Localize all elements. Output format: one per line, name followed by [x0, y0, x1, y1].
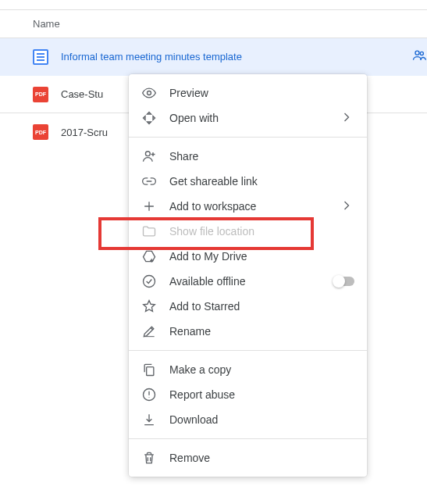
shared-icon [411, 48, 427, 66]
menu-report[interactable]: Report abuse [129, 382, 367, 407]
person-add-icon [141, 148, 157, 164]
svg-point-2 [148, 91, 151, 95]
folder-icon [141, 223, 157, 239]
menu-download[interactable]: Download [129, 407, 367, 432]
offline-icon [141, 273, 157, 289]
link-icon [141, 173, 157, 189]
pdf-icon: PDF [33, 124, 48, 140]
report-icon [141, 387, 157, 402]
open-with-icon [141, 110, 157, 126]
menu-add-workspace[interactable]: Add to workspace [129, 194, 367, 219]
menu-show-location: Show file location [129, 219, 367, 244]
trash-icon [141, 450, 157, 466]
file-row-selected[interactable]: Informal team meeting minutes template [0, 38, 427, 76]
menu-remove[interactable]: Remove [129, 445, 367, 470]
svg-rect-5 [147, 367, 154, 376]
menu-share[interactable]: Share [129, 144, 367, 169]
menu-open-with[interactable]: Open with [129, 105, 367, 130]
copy-icon [141, 362, 157, 377]
google-doc-icon [33, 49, 48, 65]
svg-point-3 [145, 152, 150, 156]
name-column-header: Name [33, 18, 60, 30]
svg-point-4 [144, 276, 155, 288]
menu-copy[interactable]: Make a copy [129, 357, 367, 382]
chevron-right-icon [339, 198, 354, 216]
svg-point-1 [420, 52, 423, 55]
offline-toggle[interactable] [334, 277, 354, 286]
menu-separator [129, 438, 367, 439]
file-name: Informal team meeting minutes template [61, 51, 405, 63]
menu-separator [129, 137, 367, 138]
menu-separator [129, 350, 367, 351]
menu-starred[interactable]: Add to Starred [129, 294, 367, 319]
drive-add-icon [141, 248, 157, 264]
menu-preview[interactable]: Preview [129, 80, 367, 105]
pdf-icon: PDF [33, 87, 48, 102]
star-icon [141, 298, 157, 314]
plus-icon [141, 198, 157, 214]
svg-point-0 [415, 51, 419, 55]
menu-offline[interactable]: Available offline [129, 269, 367, 294]
menu-get-link[interactable]: Get shareable link [129, 169, 367, 194]
menu-rename[interactable]: Rename [129, 319, 367, 344]
chevron-right-icon [339, 109, 354, 127]
menu-add-drive[interactable]: Add to My Drive [129, 244, 367, 269]
pencil-icon [141, 323, 157, 339]
download-icon [141, 412, 157, 427]
context-menu: Preview Open with Share Get shareable li… [129, 74, 367, 477]
eye-icon [141, 85, 157, 101]
column-header-row: Name [0, 10, 427, 38]
